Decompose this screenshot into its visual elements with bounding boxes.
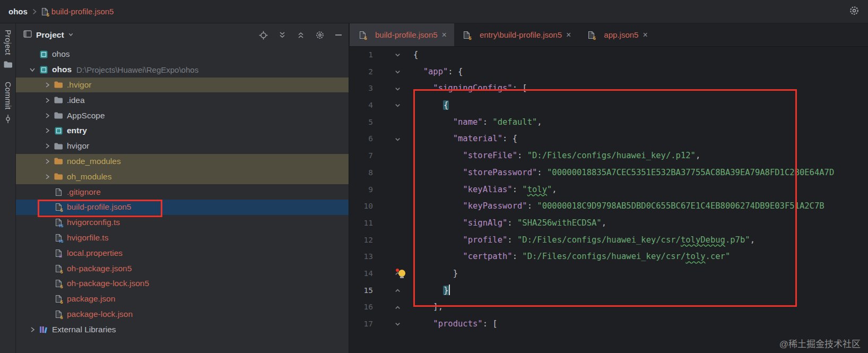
json5-icon: 5 [462, 31, 472, 39]
code-text[interactable]: } [413, 265, 868, 282]
tree-item-external-libraries[interactable]: External Libraries [16, 322, 349, 337]
folder-icon [53, 97, 64, 104]
tab-build-profile-json5[interactable]: 5build-profile.json5× [350, 23, 454, 46]
chevron-right-icon[interactable] [41, 81, 53, 89]
tree-item-appscope[interactable]: AppScope [16, 108, 349, 123]
tree-item-hvigorfile-ts[interactable]: TShvigorfile.ts [16, 230, 349, 246]
project-panel-title[interactable]: Project [36, 30, 64, 40]
tree-item-oh-package-lock-json5[interactable]: 5oh-package-lock.json5 [16, 276, 349, 291]
code-text[interactable]: "storePassword": "00000018835A7CEC5351E5… [413, 165, 868, 182]
chevron-right-icon[interactable] [27, 326, 38, 333]
folder-ex-icon [53, 173, 64, 180]
tree-item-ohos[interactable]: ohos [16, 47, 349, 62]
code-text[interactable]: "name": "default", [413, 114, 868, 131]
breadcrumb-project[interactable]: ohos [8, 7, 28, 16]
tree-item-package-lock-json[interactable]: 5package-lock.json [16, 307, 349, 322]
code-text[interactable]: { [413, 97, 868, 114]
breadcrumb-file[interactable]: build-profile.json5 [51, 7, 114, 16]
project-panel-toolbar [259, 30, 342, 40]
tree-item-entry[interactable]: entry [16, 123, 349, 139]
json5-icon: 5 [53, 295, 64, 303]
tree-item-node-modules[interactable]: node_modules [16, 154, 349, 169]
tab-entry-build-profile-json5[interactable]: 5entry\build-profile.json5× [454, 23, 578, 46]
tree-item-label: ohos [52, 65, 72, 74]
tab-app-json5[interactable]: 5app.json5× [578, 23, 655, 46]
tree-item-hvigor[interactable]: hvigor [16, 139, 349, 154]
code-text[interactable]: "profile": "D:/Files/configs/huawei_key/… [413, 232, 868, 249]
tree-item-label: oh_modules [67, 172, 111, 182]
code-text[interactable]: "storeFile": "D:/Files/configs/huawei_ke… [413, 148, 868, 165]
tab-close-icon[interactable]: × [566, 31, 571, 39]
fold-spacer [381, 148, 413, 165]
code-text[interactable]: ], [413, 299, 868, 316]
chevron-right-icon[interactable] [41, 142, 53, 150]
code-text[interactable]: "signingConfigs": [ [413, 80, 868, 97]
code-text[interactable]: "keyAlias": "toly", [413, 182, 868, 199]
fold-down-icon[interactable] [381, 80, 413, 97]
tree-item-hvigor[interactable]: .hvigor [16, 78, 349, 93]
chevron-right-icon[interactable] [41, 112, 53, 119]
tree-item-label: oh-package-lock.json5 [67, 279, 149, 288]
settings-gear-icon[interactable] [849, 5, 860, 18]
chevron-right-icon[interactable] [41, 173, 53, 180]
code-line-15: 15 } [350, 282, 868, 299]
line-number: 16 [350, 299, 381, 316]
chevron-right-icon[interactable] [41, 127, 53, 134]
code-line-13: 13 "certpath": "D:/Files/configs/huawei_… [350, 248, 868, 265]
code-text[interactable]: "material": { [413, 131, 868, 148]
tree-item-oh-modules[interactable]: oh_modules [16, 169, 349, 184]
fold-down-icon[interactable] [381, 64, 413, 81]
tree-item-label: hvigorfile.ts [67, 233, 108, 243]
tab-close-icon[interactable]: × [643, 31, 647, 39]
libs-icon [38, 325, 49, 333]
fold-down-icon[interactable] [381, 131, 413, 148]
editor-tabs: 5build-profile.json5×5entry\build-profil… [350, 23, 868, 47]
watermark: @稀土掘金技术社区 [779, 337, 861, 350]
line-number: 15 [350, 282, 381, 299]
code-text[interactable]: "signAlg": "SHA256withECDSA", [413, 215, 868, 232]
chevron-right-icon[interactable] [41, 97, 53, 104]
fold-up-icon[interactable] [381, 282, 413, 299]
tree-item-label: entry [67, 126, 87, 135]
settings-icon[interactable] [315, 30, 325, 40]
tree-item-oh-package-json5[interactable]: 5oh-package.json5 [16, 261, 349, 276]
collapse-all-icon[interactable] [297, 31, 305, 39]
fold-up-icon[interactable] [381, 265, 413, 282]
code-text[interactable]: } [413, 282, 868, 299]
code-text[interactable]: { [413, 47, 868, 64]
fold-down-icon[interactable] [381, 97, 413, 114]
json5-file-icon: 5 [41, 7, 48, 16]
fold-down-icon[interactable] [381, 316, 413, 333]
tool-button-commit[interactable]: Commit [4, 82, 12, 125]
tree-item-ohos[interactable]: ohosD:\Projects\Huawei\RegExpo\ohos [16, 62, 349, 78]
tool-button-project[interactable]: Project [4, 30, 12, 70]
tool-window-stripe: Project Commit [0, 23, 16, 353]
intention-bulb-icon[interactable] [398, 270, 405, 277]
chevron-down-icon[interactable] [27, 66, 38, 73]
chevron-right-icon[interactable] [41, 158, 53, 165]
tree-item-package-json[interactable]: 5package.json [16, 291, 349, 307]
fold-down-icon[interactable] [381, 47, 413, 64]
hide-icon[interactable] [335, 31, 342, 39]
fold-up-icon[interactable] [381, 299, 413, 316]
code-line-11: 11 "signAlg": "SHA256withECDSA", [350, 215, 868, 232]
code-text[interactable]: "products": [ [413, 316, 868, 333]
line-number: 3 [350, 80, 381, 97]
code-text[interactable]: "app": { [413, 64, 868, 81]
code-text[interactable]: "certpath": "D:/Files/configs/huawei_key… [413, 248, 868, 265]
expand-all-icon[interactable] [278, 31, 287, 39]
editor-area: 5build-profile.json5×5entry\build-profil… [350, 23, 868, 353]
tree-item-hvigorconfig-ts[interactable]: TShvigorconfig.ts [16, 215, 349, 230]
locate-icon[interactable] [259, 31, 268, 40]
tree-item-gitignore[interactable]: .gitignore [16, 184, 349, 200]
tree-item-local-properties[interactable]: ≡local.properties [16, 245, 349, 261]
code-line-7: 7 "storeFile": "D:/Files/configs/huawei_… [350, 148, 868, 165]
tab-close-icon[interactable]: × [442, 31, 447, 39]
line-number: 8 [350, 165, 381, 182]
code-line-16: 16 ], [350, 299, 868, 316]
chevron-down-icon[interactable] [67, 30, 74, 40]
tree-item-build-profile-json5[interactable]: 5build-profile.json5 [16, 200, 349, 215]
code-text[interactable]: "keyPassword": "00000018C9D9798AB5DBD0C6… [413, 198, 868, 215]
tree-item-label: .idea [67, 96, 85, 105]
tree-item-idea[interactable]: .idea [16, 92, 349, 108]
